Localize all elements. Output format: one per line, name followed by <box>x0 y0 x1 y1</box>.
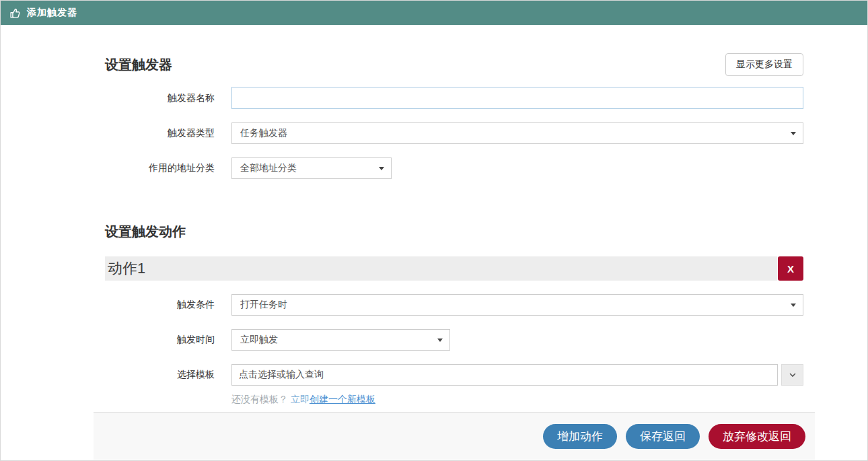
template-dropdown-toggle[interactable] <box>781 364 803 386</box>
caret-down-icon <box>791 304 796 307</box>
address-category-label: 作用的地址分类 <box>105 162 231 174</box>
page-title: 添加触发器 <box>27 7 77 19</box>
template-help-line: 还没有模板？ 立即创建一个新模板 <box>231 394 803 406</box>
action-title-bar: 动作1 <box>105 256 777 281</box>
page: 添加触发器 设置触发器 显示更多设置 触发器名称 触发器类型 任务触发器 作用的… <box>0 0 868 461</box>
address-category-value: 全部地址分类 <box>240 162 297 174</box>
trigger-condition-label: 触发条件 <box>105 299 231 311</box>
trigger-settings-heading: 设置触发器 <box>105 56 172 74</box>
caret-down-icon <box>437 339 443 342</box>
trigger-type-value: 任务触发器 <box>240 127 287 139</box>
trigger-condition-select[interactable]: 打开任务时 <box>231 294 803 316</box>
chevron-down-icon <box>789 371 797 379</box>
trigger-time-label: 触发时间 <box>105 334 231 346</box>
template-label: 选择模板 <box>105 369 231 381</box>
template-search-input[interactable] <box>231 364 778 386</box>
create-template-link[interactable]: 创建一个新模板 <box>310 394 375 404</box>
address-category-select[interactable]: 全部地址分类 <box>231 157 392 179</box>
save-return-button[interactable]: 保存返回 <box>626 424 700 449</box>
trigger-type-label: 触发器类型 <box>105 127 231 139</box>
help-prefix-text: 立即 <box>291 394 310 404</box>
show-more-settings-button[interactable]: 显示更多设置 <box>725 53 803 76</box>
header-bar: 添加触发器 <box>1 1 867 25</box>
trigger-name-input[interactable] <box>231 87 803 109</box>
thumbs-up-icon <box>9 7 21 19</box>
trigger-name-label: 触发器名称 <box>105 92 231 104</box>
footer-action-bar: 增加动作 保存返回 放弃修改返回 <box>94 412 815 460</box>
trigger-time-select[interactable]: 立即触发 <box>231 329 450 351</box>
caret-down-icon <box>791 132 796 135</box>
form-content: 设置触发器 显示更多设置 触发器名称 触发器类型 任务触发器 作用的地址分类 全… <box>105 53 803 406</box>
add-action-button[interactable]: 增加动作 <box>543 424 617 449</box>
discard-return-button[interactable]: 放弃修改返回 <box>709 424 805 449</box>
action-settings-heading: 设置触发动作 <box>105 223 803 241</box>
trigger-condition-value: 打开任务时 <box>240 299 287 311</box>
trigger-type-select[interactable]: 任务触发器 <box>231 122 803 144</box>
caret-down-icon <box>379 167 384 170</box>
trigger-time-value: 立即触发 <box>240 334 278 346</box>
remove-action-button[interactable]: X <box>778 256 803 281</box>
no-template-text: 还没有模板？ <box>231 394 288 404</box>
